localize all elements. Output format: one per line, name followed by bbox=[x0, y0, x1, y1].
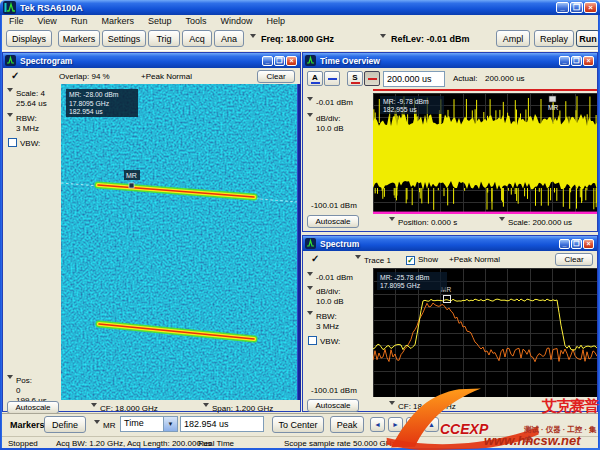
position-caret-icon[interactable] bbox=[389, 217, 395, 224]
close-icon[interactable]: × bbox=[583, 56, 594, 66]
marker-handle[interactable]: MR bbox=[548, 96, 558, 111]
status-bar: Stopped Acq BW: 1.20 GHz, Acq Length: 20… bbox=[2, 436, 598, 448]
minimize-icon[interactable]: _ bbox=[556, 2, 569, 13]
settings-button[interactable]: Settings bbox=[102, 30, 146, 47]
trace-selector[interactable]: Trace 1 bbox=[364, 256, 391, 265]
restore-icon[interactable]: ❐ bbox=[570, 2, 583, 13]
menu-help[interactable]: Help bbox=[259, 16, 292, 26]
close-icon[interactable]: × bbox=[584, 2, 597, 13]
scale-label[interactable]: Scale: 4 bbox=[16, 89, 45, 98]
vbw-checkbox[interactable] bbox=[8, 138, 17, 147]
ana-button[interactable]: Ana bbox=[214, 30, 244, 47]
cf-readout[interactable]: CF: 18.000 GHz bbox=[398, 402, 456, 411]
peak-right-button[interactable]: ► bbox=[388, 417, 403, 432]
analysis-length-button[interactable] bbox=[324, 71, 340, 86]
minimize-icon[interactable]: _ bbox=[559, 56, 570, 66]
rbw-label[interactable]: RBW: bbox=[316, 312, 337, 321]
length-input[interactable] bbox=[383, 71, 445, 87]
menu-tools[interactable]: Tools bbox=[178, 16, 213, 26]
peak-left-button[interactable]: ◄ bbox=[370, 417, 385, 432]
define-button[interactable]: Define bbox=[44, 416, 86, 433]
spectrum-plot[interactable]: MR MR: -25.78 dBm 17.8095 GHz bbox=[373, 268, 597, 397]
dbdiv-caret-icon[interactable] bbox=[307, 113, 313, 120]
time-overview-panel: Time Overview _ ❐ × A S Actual: 200.000 … bbox=[302, 52, 598, 232]
dbdiv-caret-icon[interactable] bbox=[307, 286, 313, 293]
toplevel-caret-icon[interactable] bbox=[307, 272, 313, 279]
freq-readout[interactable]: Freq: 18.000 GHz bbox=[261, 34, 334, 44]
dbdiv-label[interactable]: dB/div: bbox=[316, 114, 340, 123]
toplevel-caret-icon[interactable] bbox=[307, 97, 313, 104]
span-caret-icon[interactable] bbox=[203, 403, 209, 410]
close-icon[interactable]: × bbox=[583, 239, 594, 249]
menu-markers[interactable]: Markers bbox=[94, 16, 141, 26]
minimize-icon[interactable]: _ bbox=[559, 239, 570, 249]
trig-button[interactable]: Trig bbox=[148, 30, 180, 47]
span-readout[interactable]: Span: 1.200 GHz bbox=[212, 404, 273, 413]
clear-button[interactable]: Clear bbox=[257, 70, 295, 83]
menu-bar: File View Run Markers Setup Tools Window… bbox=[2, 15, 598, 27]
marker-value-input[interactable] bbox=[180, 416, 264, 432]
close-icon[interactable]: × bbox=[286, 56, 297, 66]
spectrogram-scrollbar[interactable] bbox=[297, 84, 301, 400]
pos-label[interactable]: Pos: bbox=[16, 376, 32, 385]
minimize-icon[interactable]: _ bbox=[262, 56, 273, 66]
menu-file[interactable]: File bbox=[2, 16, 31, 26]
vbw-checkbox[interactable] bbox=[308, 336, 317, 345]
restore-icon[interactable]: ❐ bbox=[274, 56, 285, 66]
menu-view[interactable]: View bbox=[31, 16, 64, 26]
svg-text:182.955 us: 182.955 us bbox=[383, 106, 417, 113]
autoscale-button[interactable]: Autoscale bbox=[307, 399, 359, 412]
autoscale-button[interactable]: Autoscale bbox=[307, 215, 359, 228]
detector-readout[interactable]: +Peak Normal bbox=[449, 255, 500, 264]
rbw-caret-icon[interactable] bbox=[307, 311, 313, 318]
marker-select[interactable]: MR bbox=[103, 421, 115, 430]
restore-icon[interactable]: ❐ bbox=[571, 56, 582, 66]
reflev-readout[interactable]: RefLev: -0.01 dBm bbox=[391, 34, 470, 44]
time-overview-plot[interactable]: MR: -9.78 dBm 182.955 us MR bbox=[373, 93, 597, 214]
restore-icon[interactable]: ❐ bbox=[571, 239, 582, 249]
trace-caret-icon[interactable] bbox=[355, 255, 361, 262]
menu-run[interactable]: Run bbox=[64, 16, 95, 26]
acq-button[interactable]: Acq bbox=[182, 30, 212, 47]
spectrogram-plot[interactable]: MR MR: -28.00 dBm 17.8095 GHz 182.954 us bbox=[61, 84, 297, 400]
markers-button[interactable]: Markers bbox=[58, 30, 100, 47]
cf-caret-icon[interactable] bbox=[91, 403, 97, 410]
cf-caret-icon[interactable] bbox=[389, 401, 395, 408]
marker-handle[interactable] bbox=[129, 183, 134, 188]
to-center-button[interactable]: To Center bbox=[272, 416, 324, 433]
peak-lower-button[interactable]: ▼ bbox=[406, 417, 421, 432]
menu-window[interactable]: Window bbox=[213, 16, 259, 26]
position-readout[interactable]: Position: 0.000 s bbox=[398, 218, 457, 227]
analysis-length-a-button[interactable]: A bbox=[307, 71, 323, 86]
scale-readout[interactable]: Scale: 200.000 us bbox=[508, 218, 572, 227]
pos-caret-icon[interactable] bbox=[7, 375, 13, 382]
overlap-readout[interactable]: Overlap: 94 % bbox=[59, 72, 110, 81]
top-db-label[interactable]: -0.01 dBm bbox=[316, 98, 353, 107]
scale-caret-icon[interactable] bbox=[499, 217, 505, 224]
top-db-label[interactable]: -0.01 dBm bbox=[316, 273, 353, 282]
marker-select-caret-icon[interactable] bbox=[94, 420, 100, 427]
detector-readout[interactable]: +Peak Normal bbox=[141, 72, 192, 81]
peak-higher-button[interactable]: ▲ bbox=[424, 417, 439, 432]
dropdown-arrow-icon[interactable]: ▼ bbox=[163, 416, 178, 432]
cf-readout[interactable]: CF: 18.000 GHz bbox=[100, 404, 158, 413]
freq-caret-icon[interactable] bbox=[250, 34, 256, 41]
scale-caret-icon[interactable] bbox=[7, 88, 13, 95]
spectrum-length-button[interactable] bbox=[364, 71, 380, 86]
clear-button[interactable]: Clear bbox=[555, 253, 593, 266]
spectrum-length-s-button[interactable]: S bbox=[347, 71, 363, 86]
run-button[interactable]: Run bbox=[576, 30, 600, 47]
ampl-button[interactable]: Ampl bbox=[496, 30, 530, 47]
dbdiv-label[interactable]: dB/div: bbox=[316, 287, 340, 296]
menu-setup[interactable]: Setup bbox=[141, 16, 179, 26]
rbw-label[interactable]: RBW: bbox=[16, 114, 37, 123]
reflev-caret-icon[interactable] bbox=[380, 34, 386, 41]
check-icon[interactable]: ✓ bbox=[11, 70, 19, 81]
peak-button[interactable]: Peak bbox=[330, 416, 364, 433]
displays-button[interactable]: Displays bbox=[6, 30, 52, 47]
rbw-caret-icon[interactable] bbox=[7, 113, 13, 120]
show-checkbox[interactable]: ✓ bbox=[406, 256, 415, 265]
replay-button[interactable]: Replay bbox=[534, 30, 574, 47]
marker-domain-select[interactable]: Time ▼ bbox=[120, 416, 178, 432]
check-icon[interactable]: ✓ bbox=[311, 253, 319, 264]
